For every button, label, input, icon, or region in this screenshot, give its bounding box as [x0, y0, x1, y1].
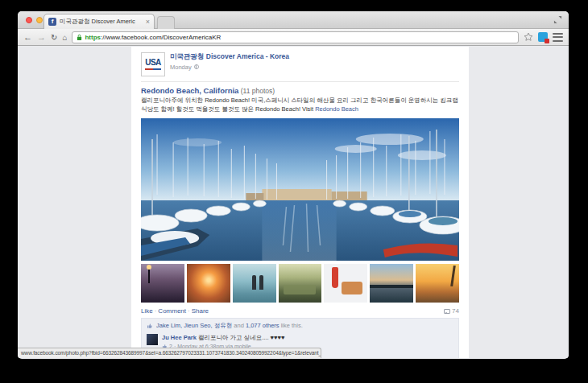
- post-header: USA 미국관광청 Discover America - Korea Monda…: [131, 47, 469, 80]
- tab-title: 미국관광청 Discover Americ: [60, 18, 143, 26]
- post-description-text: 캘리포니아주에 위치한 Redondo Beach! 미국,스페니시 스타일의 …: [141, 97, 458, 113]
- browser-titlebar: f 미국관광청 Discover Americ ×: [18, 11, 569, 29]
- liker-names[interactable]: Jake Lim, Jieun Seo, 정유현: [156, 322, 232, 329]
- thumbnail-red-drink-crab[interactable]: [324, 264, 367, 303]
- photo-thumbnail-strip: [141, 264, 459, 303]
- post-description: 캘리포니아주에 위치한 Redondo Beach! 미국,스페니시 스타일의 …: [131, 95, 469, 118]
- chrome-menu-icon[interactable]: [553, 33, 563, 42]
- facebook-page: USA 미국관광청 Discover America - Korea Monda…: [18, 46, 569, 358]
- reload-button[interactable]: ↻: [51, 33, 57, 42]
- commenter-name-link[interactable]: Ju Hee Park: [162, 334, 197, 341]
- browser-tab[interactable]: f 미국관광청 Discover Americ ×: [43, 14, 155, 29]
- globe-privacy-icon: [194, 64, 199, 69]
- post-time-text: Monday: [170, 64, 192, 71]
- post-timestamp[interactable]: Monday: [170, 64, 289, 71]
- home-button[interactable]: ⌂: [62, 33, 67, 42]
- comment-count[interactable]: 74: [444, 307, 459, 315]
- thumbnail-ocean-sunset[interactable]: [187, 264, 230, 303]
- bookmark-star-icon[interactable]: [524, 32, 533, 42]
- thumbnail-beach-walkers[interactable]: [233, 264, 276, 303]
- https-lock-icon: [77, 34, 82, 41]
- like-link[interactable]: Like: [141, 307, 153, 315]
- thumbnail-dusk-pier[interactable]: [141, 264, 184, 303]
- post-action-row: Like·Comment·Share 74: [131, 303, 469, 318]
- status-bar: www.facebook.com/photo.php?fbid=66326284…: [18, 348, 321, 358]
- likes-and: and: [232, 322, 246, 329]
- comment-link[interactable]: Comment: [158, 307, 186, 315]
- address-bar[interactable]: https://www.facebook.com/DiscoverAmerica…: [72, 31, 519, 43]
- url-path: ://www.facebook.com/DiscoverAmericaKR: [101, 34, 221, 41]
- close-window-button[interactable]: [26, 17, 32, 23]
- url-text: https://www.facebook.com/DiscoverAmerica…: [85, 34, 221, 41]
- action-separator: ·: [186, 307, 192, 315]
- fullscreen-icon[interactable]: [553, 15, 562, 24]
- share-link[interactable]: Share: [192, 307, 209, 315]
- post-header-text: 미국관광청 Discover America - Korea Monday: [170, 52, 289, 76]
- other-likers-link[interactable]: 1,077 others: [246, 322, 280, 329]
- commenter-avatar[interactable]: [147, 334, 158, 345]
- likes-summary: Jake Lim, Jieun Seo, 정유현 and 1,077 other…: [147, 322, 453, 330]
- usa-logo: USA: [142, 58, 164, 67]
- facebook-favicon: f: [48, 18, 56, 26]
- page-avatar[interactable]: USA: [141, 52, 165, 76]
- like-thumb-icon: [147, 323, 153, 329]
- post-card: USA 미국관광청 Discover America - Korea Monda…: [131, 47, 469, 358]
- usa-logo-stripe: [145, 68, 161, 70]
- extension-icon[interactable]: [538, 32, 548, 42]
- post-description-link[interactable]: Redondo Beach: [315, 105, 358, 113]
- thumbnail-palm-sunset[interactable]: [416, 264, 459, 303]
- browser-toolbar: ← → ↻ ⌂ https://www.facebook.com/Discove…: [18, 29, 569, 46]
- thumbnail-pier-clouds[interactable]: [370, 264, 413, 303]
- action-links: Like·Comment·Share: [141, 307, 209, 315]
- album-photo-count: (11 photos): [238, 87, 275, 95]
- comment-bubble-icon: [444, 309, 450, 314]
- back-button[interactable]: ←: [23, 33, 32, 42]
- comment-text: 캘리포니아 가고 싶네요.... ♥♥♥♥: [197, 334, 284, 341]
- likes-suffix: like this.: [280, 322, 303, 329]
- browser-window: f 미국관광청 Discover Americ × ← → ↻ ⌂ https:…: [18, 11, 569, 359]
- page-name-link[interactable]: 미국관광청 Discover America - Korea: [170, 52, 289, 62]
- new-tab-button[interactable]: [157, 16, 175, 29]
- minimize-window-button[interactable]: [36, 17, 43, 23]
- extension-badge: [545, 39, 549, 43]
- main-photo-marina[interactable]: [141, 118, 459, 261]
- url-scheme: https: [85, 34, 101, 41]
- album-title-row: Redondo Beach, California (11 photos): [131, 82, 469, 95]
- thumbnail-harbor-boats[interactable]: [279, 264, 322, 303]
- album-title-link[interactable]: Redondo Beach, California: [141, 86, 238, 95]
- tab-close-icon[interactable]: ×: [146, 18, 150, 26]
- likes-summary-text: Jake Lim, Jieun Seo, 정유현 and 1,077 other…: [156, 322, 303, 330]
- comment-count-number: 74: [452, 307, 459, 315]
- forward-button[interactable]: →: [37, 33, 46, 42]
